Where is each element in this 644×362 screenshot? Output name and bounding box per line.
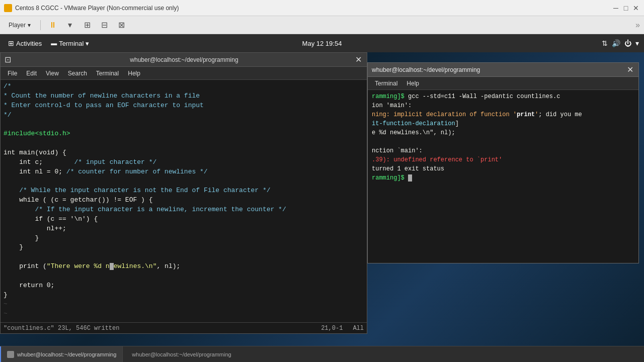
term2-line-8: .39): undefined reference to `print' (372, 155, 634, 164)
terminal-second-content[interactable]: ramming]$ gcc --std=c11 -Wall -pedantic … (368, 90, 638, 263)
term2-line-10: ramming]$ (372, 173, 634, 183)
vmware-titlebar: Centos 8 CGCC - VMware Player (Non-comme… (0, 0, 644, 16)
terminal-main-titlebar: ⊡ whuber@localhost:~/devel/programming ✕ (1, 53, 367, 67)
vmware-icon (4, 4, 12, 12)
code-line-11 (4, 176, 364, 186)
term2-line-3: ning: implicit declaration of function '… (372, 110, 634, 119)
terminal-main-title: whuber@localhost:~/devel/programming (14, 56, 354, 63)
power-dropdown-button[interactable]: ▾ (63, 18, 77, 32)
code-line-10: int nl = 0; /* counter for number of new… (4, 167, 364, 177)
code-line-7 (4, 139, 364, 148)
code-line-25: ~ (4, 309, 364, 319)
code-line-15: if (c == '\n') { (4, 215, 364, 224)
send-key-button[interactable]: ⊠ (114, 18, 128, 32)
code-line-4: */ (4, 111, 364, 120)
terminal-second-titlebar: whuber@localhost:~/devel/programming ✕ (368, 63, 638, 77)
menu-help[interactable]: Help (124, 69, 144, 78)
gnome-topbar: ⊞ Activities ▬ Terminal ▾ May 12 19:54 ⇅… (0, 34, 644, 52)
term2-line-9: turned 1 exit status (372, 164, 634, 173)
term2-line-5: e %d newlines.\n", nl); (372, 128, 634, 137)
restore-button[interactable]: □ (622, 4, 630, 12)
taskbar-label-1: whuber@localhost:~/devel/programming (17, 351, 116, 357)
close-window-button[interactable]: ✕ (632, 4, 640, 12)
desktop: ⊡ whuber@localhost:~/devel/programming ✕… (0, 52, 644, 346)
menu-terminal-2[interactable]: Terminal (371, 79, 401, 88)
term2-line-4: it-function-declaration] (372, 119, 634, 128)
term2-line-2: ion 'main': (372, 101, 634, 110)
vim-editor-content[interactable]: /* * Count the number of newline charact… (1, 80, 367, 322)
vim-filename-status: "countlines.c" 23L, 546C written (4, 325, 321, 332)
terminal-icon-small: ▬ (51, 40, 57, 47)
fit-window-button[interactable]: ⊞ (80, 18, 94, 32)
code-line-22: return 0; (4, 281, 364, 291)
term2-line-1: ramming]$ gcc --std=c11 -Wall -pedantic … (372, 92, 634, 101)
terminal-main-window: ⊡ whuber@localhost:~/devel/programming ✕… (0, 52, 367, 334)
sidebar-toggle-icon[interactable]: » (635, 21, 640, 30)
vmware-toolbar: Player ▾ ⏸ ▾ ⊞ ⊟ ⊠ » (0, 16, 644, 34)
terminal-second-window: whuber@localhost:~/devel/programming ✕ T… (367, 62, 639, 263)
vim-statusbar: "countlines.c" 23L, 546C written 21,0-1 … (1, 322, 367, 333)
code-line-21 (4, 272, 364, 281)
taskbar-label-2: whuber@localhost:~/devel/programming (132, 351, 231, 357)
code-line-23: } (4, 291, 364, 300)
menu-terminal[interactable]: Terminal (92, 69, 123, 78)
power-icon[interactable]: ⏻ (624, 39, 631, 47)
code-line-17: } (4, 234, 364, 243)
taskbar: whuber@localhost:~/devel/programming whu… (0, 346, 644, 362)
system-tray: ⇅ 🔊 ⏻ ▾ (602, 39, 639, 47)
terminal-second-close-button[interactable]: ✕ (626, 65, 634, 74)
code-line-3: * Enter control-d to pass an EOF charact… (4, 101, 364, 111)
code-line-6: #include<stdio.h> (4, 129, 364, 139)
menu-view[interactable]: View (42, 69, 63, 78)
menu-help-2[interactable]: Help (403, 79, 423, 88)
terminal-main-menubar: File Edit View Search Terminal Help (1, 67, 367, 80)
unity-button[interactable]: ⊟ (97, 18, 111, 32)
network-icon[interactable]: ⇅ (602, 39, 608, 47)
window-controls: ─ □ ✕ (612, 4, 640, 12)
terminal-dropdown-icon: ▾ (86, 40, 89, 47)
code-line-16: nl++; (4, 224, 364, 234)
code-line-24: ~ (4, 300, 364, 309)
taskbar-item-1[interactable]: whuber@localhost:~/devel/programming (0, 346, 123, 362)
datetime-display: May 12 19:54 (302, 40, 342, 47)
code-line-18: } (4, 243, 364, 252)
code-line-1: /* (4, 82, 364, 92)
terminal-second-title: whuber@localhost:~/devel/programming (372, 66, 626, 73)
player-dropdown-icon: ▾ (28, 22, 31, 29)
pause-button[interactable]: ⏸ (46, 18, 60, 32)
taskbar-icon-1 (7, 351, 14, 358)
menu-file[interactable]: File (4, 69, 21, 78)
taskbar-item-2[interactable]: whuber@localhost:~/devel/programming (123, 346, 237, 362)
vim-position-status: 21,0-1 (321, 325, 343, 332)
player-label: Player (9, 22, 26, 29)
terminal-main-icon: ⊡ (5, 55, 11, 64)
volume-icon[interactable]: 🔊 (612, 39, 620, 47)
code-line-5 (4, 120, 364, 129)
terminal-main-close-button[interactable]: ✕ (354, 55, 363, 64)
minimize-button[interactable]: ─ (612, 4, 620, 12)
code-line-13: while ( (c = getchar()) != EOF ) { (4, 196, 364, 205)
vmware-title: Centos 8 CGCC - VMware Player (Non-comme… (15, 5, 612, 12)
menu-search[interactable]: Search (64, 69, 91, 78)
activities-label: Activities (16, 40, 42, 47)
code-line-20: print ("There were %d newlines.\n", nl); (4, 262, 364, 272)
activities-button[interactable]: ⊞ Activities (5, 38, 45, 48)
term2-line-7: nction `main': (372, 146, 634, 155)
code-line-12: /* While the input character is not the … (4, 186, 364, 196)
vim-percentage-status: All (353, 325, 364, 332)
code-line-2: * Count the number of newline characters… (4, 92, 364, 101)
code-line-14: /* If the input character is a newline, … (4, 205, 364, 215)
activities-icon: ⊞ (8, 39, 14, 47)
term2-line-6 (372, 137, 634, 146)
code-line-9: int c; /* input character */ (4, 158, 364, 167)
toolbar-separator (40, 20, 41, 30)
terminal-label: Terminal (59, 40, 84, 47)
code-line-8: int main(void) { (4, 148, 364, 158)
player-menu-button[interactable]: Player ▾ (4, 20, 35, 31)
code-line-26: ~ (4, 319, 364, 322)
power-dropdown-icon[interactable]: ▾ (635, 39, 639, 47)
terminal-second-menubar: Terminal Help (368, 77, 638, 90)
menu-edit[interactable]: Edit (22, 69, 41, 78)
code-line-19 (4, 252, 364, 262)
terminal-app-button[interactable]: ▬ Terminal ▾ (48, 39, 92, 48)
